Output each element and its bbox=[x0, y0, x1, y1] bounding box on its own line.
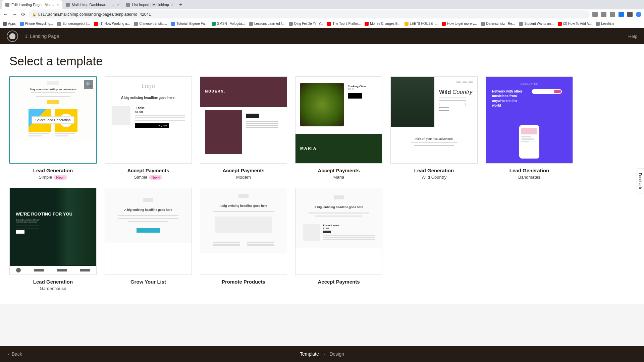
bookmark-label: Apps bbox=[8, 22, 16, 25]
url-field[interactable]: 🔒 us17.admin.mailchimp.com/landing-pages… bbox=[29, 10, 590, 18]
help-link[interactable]: Help bbox=[628, 34, 637, 39]
browser-chrome: Edit Landing Page | Mailchimp × Mailchim… bbox=[0, 0, 644, 28]
template-thumbnail[interactable]: WE'RE ROOTING FOR YOUSubscribe and get 2… bbox=[9, 188, 97, 275]
ext-icon[interactable] bbox=[601, 12, 606, 17]
ext-icon[interactable] bbox=[592, 12, 598, 17]
bookmark-label: (1) How Working a... bbox=[99, 22, 130, 25]
template-card[interactable]: Stay connected with your customers🔍Selec… bbox=[9, 76, 97, 180]
bookmark-favicon bbox=[405, 22, 409, 26]
bookmark-item[interactable]: Lessons Learned f... bbox=[249, 22, 285, 26]
bookmark-item[interactable]: Qing Fei De Yi - Y... bbox=[289, 22, 323, 26]
template-title: Lead Generation bbox=[9, 279, 97, 285]
bookmark-favicon bbox=[289, 22, 293, 26]
template-card[interactable]: LogoA big enticing headline goes here.T-… bbox=[105, 76, 192, 180]
bookmark-item[interactable]: Money Changes E... bbox=[365, 22, 400, 26]
template-thumbnail[interactable]: BANDMATESNetwork with other musicians fr… bbox=[486, 76, 573, 164]
app-header: 1. Landing Page Help bbox=[0, 28, 644, 44]
star-icon[interactable] bbox=[610, 12, 615, 17]
tab-title: Edit Landing Page | Mailchimp bbox=[11, 3, 55, 7]
bookmark-favicon bbox=[134, 22, 138, 26]
puzzle-icon[interactable] bbox=[627, 12, 633, 17]
reload-icon[interactable]: ⟳ bbox=[20, 11, 26, 17]
bookmark-label: Datenschutz - Re... bbox=[486, 22, 515, 25]
breadcrumb: 1. Landing Page bbox=[25, 34, 59, 39]
bookmark-favicon bbox=[596, 22, 600, 26]
browser-tab-2[interactable]: List Import | Mailchimp × bbox=[123, 0, 177, 9]
bookmark-label: Student Wants an... bbox=[524, 22, 553, 25]
page-title: Select a template bbox=[9, 54, 635, 68]
bookmark-favicon bbox=[20, 22, 24, 26]
close-icon[interactable]: × bbox=[171, 2, 173, 7]
bookmark-favicon bbox=[519, 22, 523, 26]
feedback-tab[interactable]: Feedback bbox=[637, 169, 644, 193]
template-subtitle: Maria bbox=[295, 175, 382, 180]
bookmark-item[interactable]: Phone Recycling... bbox=[20, 22, 53, 26]
template-subtitle: Gardenhause bbox=[9, 286, 97, 291]
back-icon[interactable]: ← bbox=[3, 11, 9, 17]
template-card[interactable]: A big enticing headline goes here Grow Y… bbox=[105, 188, 192, 291]
forward-icon[interactable]: → bbox=[11, 11, 17, 17]
template-thumbnail[interactable]: MODERN. bbox=[200, 76, 287, 164]
browser-tab-1[interactable]: Mailchimp Dashboard | Mailc... × bbox=[62, 0, 123, 9]
bookmark-favicon bbox=[57, 22, 61, 26]
bookmark-item[interactable]: LEE 'S HOUSE -... bbox=[405, 22, 438, 26]
bookmark-label: Sonderangebot |... bbox=[62, 22, 90, 25]
new-tab-button[interactable]: + bbox=[177, 1, 185, 9]
close-icon[interactable]: × bbox=[57, 2, 59, 7]
template-card[interactable]: WE'RE ROOTING FOR YOUSubscribe and get 2… bbox=[9, 188, 97, 291]
bookmark-item[interactable]: Sonderangebot |... bbox=[57, 22, 90, 26]
template-subtitle: SimpleNew! bbox=[9, 175, 97, 180]
bookmark-item[interactable]: The Top 3 Platfor... bbox=[327, 22, 361, 26]
template-title: Lead Generation bbox=[9, 168, 97, 173]
ext-icon[interactable] bbox=[619, 12, 624, 17]
close-icon[interactable]: × bbox=[117, 2, 119, 7]
template-card[interactable]: BANDMATESNetwork with other musicians fr… bbox=[486, 76, 573, 180]
url-text: us17.admin.mailchimp.com/landing-pages/t… bbox=[38, 12, 151, 17]
bookmark-item[interactable]: Leseliste bbox=[596, 22, 614, 26]
profile-icon[interactable] bbox=[636, 12, 641, 17]
address-bar: ← → ⟳ 🔒 us17.admin.mailchimp.com/landing… bbox=[0, 9, 644, 19]
extension-icons bbox=[592, 12, 641, 17]
template-thumbnail[interactable]: A big enticing headline goes here bbox=[200, 188, 287, 275]
bookmark-favicon bbox=[481, 22, 485, 26]
zoom-icon[interactable]: 🔍 bbox=[84, 80, 93, 89]
template-thumbnail[interactable]: A big, enticing headline goes hereProduc… bbox=[295, 188, 382, 275]
bookmark-favicon bbox=[3, 22, 7, 26]
template-thumbnail[interactable]: Stay connected with your customers🔍Selec… bbox=[9, 76, 97, 164]
favicon bbox=[5, 3, 9, 7]
bookmark-favicon bbox=[94, 22, 98, 26]
bookmark-favicon bbox=[171, 22, 175, 26]
template-thumbnail[interactable]: Cooking Class$99.99MARIA bbox=[295, 76, 382, 164]
bookmark-item[interactable]: Student Wants an... bbox=[519, 22, 553, 26]
template-grid: Stay connected with your customers🔍Selec… bbox=[9, 76, 635, 291]
template-title: Accept Payments bbox=[200, 168, 287, 173]
bookmark-label: Lessons Learned f... bbox=[254, 22, 285, 25]
mailchimp-logo-icon[interactable] bbox=[7, 31, 18, 42]
template-thumbnail[interactable]: LogoA big enticing headline goes here.T-… bbox=[105, 76, 192, 164]
template-card[interactable]: Wild CountryKick off your next adventure… bbox=[390, 76, 478, 180]
bookmark-item[interactable]: Datenschutz - Re... bbox=[481, 22, 515, 26]
template-title: Accept Payments bbox=[105, 168, 192, 173]
bookmark-item[interactable]: How to get more v... bbox=[442, 22, 477, 26]
new-badge: New! bbox=[149, 175, 162, 180]
bookmark-label: Tutorial: Eigene Fa... bbox=[176, 22, 207, 25]
browser-tab-0[interactable]: Edit Landing Page | Mailchimp × bbox=[2, 0, 62, 9]
template-card[interactable]: MODERN. Accept Payments Modern bbox=[200, 76, 287, 180]
bookmark-item[interactable]: (1) How Working a... bbox=[94, 22, 130, 26]
bookmark-favicon bbox=[558, 22, 562, 26]
template-card[interactable]: A big enticing headline goes here Promot… bbox=[200, 188, 287, 291]
bookmark-item[interactable]: (2) How To Add A... bbox=[558, 22, 592, 26]
bookmark-item[interactable]: Chinese translati... bbox=[134, 22, 167, 26]
tab-title: Mailchimp Dashboard | Mailc... bbox=[72, 3, 115, 7]
bookmark-item[interactable]: Tutorial: Eigene Fa... bbox=[171, 22, 207, 26]
template-title: Accept Payments bbox=[295, 279, 382, 285]
template-card[interactable]: Cooking Class$99.99MARIA Accept Payments… bbox=[295, 76, 382, 180]
bookmark-item[interactable]: Apps bbox=[3, 22, 16, 26]
template-thumbnail[interactable]: Wild CountryKick off your next adventure bbox=[390, 76, 478, 164]
template-subtitle: Modern bbox=[200, 175, 287, 180]
bookmark-favicon bbox=[327, 22, 331, 26]
bookmark-item[interactable]: GMSN - Vologda... bbox=[212, 22, 245, 26]
template-title: Accept Payments bbox=[295, 168, 382, 173]
template-card[interactable]: A big, enticing headline goes hereProduc… bbox=[295, 188, 382, 291]
template-thumbnail[interactable]: A big enticing headline goes here bbox=[105, 188, 192, 275]
